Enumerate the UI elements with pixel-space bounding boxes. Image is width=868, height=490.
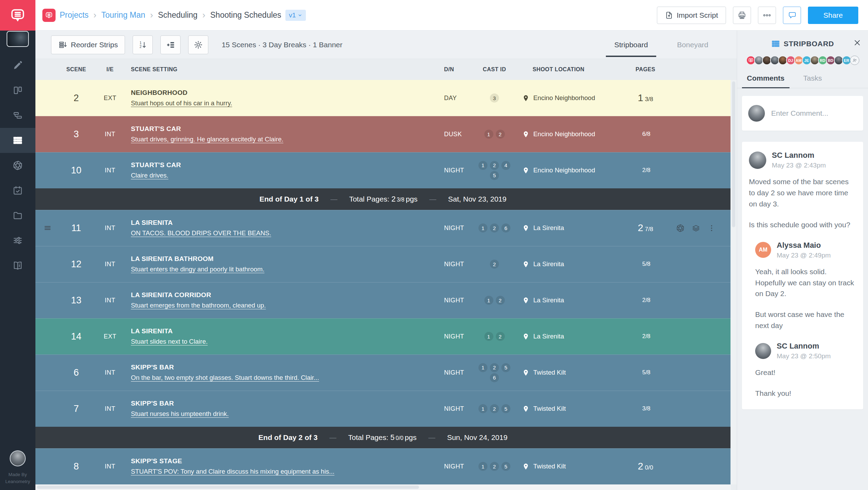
scene-setting: SKIPP'S BAR	[131, 400, 422, 407]
scene-strip[interactable]: 6INTSKIPP'S BAROn the bar, two empty sho…	[35, 354, 731, 391]
main-column: Projects›Touring Man›Scheduling›Shooting…	[35, 0, 868, 490]
tab-boneyard[interactable]: Boneyard	[662, 31, 723, 59]
breadcrumb: Projects›Touring Man›Scheduling›Shooting…	[42, 9, 306, 22]
scene-description[interactable]: STUART'S POV: Tony and Claire discuss hi…	[131, 468, 422, 475]
vertical-scrollbar[interactable]	[731, 80, 737, 484]
scene-description[interactable]: Stuart hops out of his car in a hurry.	[131, 99, 422, 107]
scene-strip[interactable]: 10INTSTUART'S CARClaire drives.NIGHT1245…	[35, 152, 731, 188]
version-badge[interactable]: v1	[285, 10, 306, 21]
close-panel-icon[interactable]	[853, 39, 861, 47]
pages: 20/0	[630, 461, 661, 472]
book-info-icon	[12, 260, 23, 271]
shoot-location: La Sirenita	[515, 224, 630, 232]
scene-strip[interactable]: 3INTSTUART'S CARStuart drives, grinning.…	[35, 116, 731, 152]
share-label: Share	[823, 11, 843, 19]
cast-id-badge: 5	[490, 171, 499, 180]
scene-description[interactable]: Stuart slides next to Claire.	[131, 338, 422, 345]
version-label: v1	[289, 11, 296, 19]
breadcrumb-touring-man[interactable]: Touring Man	[101, 10, 145, 20]
pages: 27/8	[630, 222, 661, 234]
comments-toggle-button[interactable]	[783, 7, 801, 24]
scene-description[interactable]: On the bar, two empty shot glasses. Stua…	[131, 374, 422, 382]
scene-strip[interactable]: 8INTSKIPP'S STAGESTUART'S POV: Tony and …	[35, 448, 731, 484]
cast-id-badge: 1	[484, 130, 493, 139]
cast-ids: 12	[474, 130, 515, 139]
collaborator-avatars: DJAMJERDBDER	[737, 52, 868, 69]
drag-handle-icon[interactable]	[35, 223, 60, 232]
shoot-location: Encino Neighborhood	[515, 166, 630, 174]
chevron-right-icon: ›	[150, 10, 153, 21]
reorder-strips-button[interactable]: Reorder Strips	[51, 35, 125, 54]
breadcrumb-projects[interactable]: Projects	[60, 10, 89, 20]
calendar-check-icon	[12, 185, 23, 196]
chat-bubble-icon	[787, 11, 796, 20]
sidebar-item-stripboard[interactable]	[0, 128, 35, 153]
tab-comments[interactable]: Comments	[742, 69, 790, 88]
scene-strip[interactable]: 13INTLA SIRENITA CORRIDORStuart emerges …	[35, 282, 731, 318]
studiobinder-logo[interactable]	[0, 0, 35, 31]
import-script-button[interactable]: Import Script	[657, 7, 726, 24]
tab-tasks[interactable]: Tasks	[799, 69, 827, 88]
comment-input[interactable]	[771, 109, 857, 117]
day-night: NIGHT	[432, 369, 474, 376]
sidebar-item-sliders[interactable]	[0, 228, 35, 253]
top-header: Projects›Touring Man›Scheduling›Shooting…	[35, 0, 868, 31]
map-pin-icon	[522, 95, 529, 102]
sidebar-item-book-info[interactable]	[0, 253, 35, 278]
scene-strip[interactable]: 14EXTLA SIRENITAStuart slides next to Cl…	[35, 318, 731, 354]
column-header-scene: SCENE	[60, 66, 93, 73]
cast-id-badge: 3	[490, 93, 499, 103]
scene-description[interactable]: Claire drives.	[131, 172, 422, 179]
cast-id-badge: 5	[501, 462, 510, 471]
sidebar-item-calendar-check[interactable]	[0, 178, 35, 203]
header-actions: Import Script Share	[657, 7, 868, 24]
kebab-menu-icon[interactable]	[707, 224, 716, 232]
pages-fraction: 2/8	[642, 297, 651, 303]
add-strip-button[interactable]	[160, 35, 181, 54]
cast-id-badge: 5	[501, 363, 510, 372]
scene-number: 8	[60, 461, 93, 472]
sidebar-item-shot-list[interactable]	[0, 103, 35, 128]
scene-strip[interactable]: 12INTLA SIRENITA BATHROOMStuart enters t…	[35, 246, 731, 282]
scene-strip[interactable]: 2EXTNEIGHBORHOODStuart hops out of his c…	[35, 80, 731, 116]
scene-strip[interactable]: 11INTLA SIRENITAON TACOS. BLOOD DRIPS OV…	[35, 210, 731, 246]
horizontal-scrollbar[interactable]	[35, 484, 731, 490]
breakdown-pages-icon	[12, 85, 23, 96]
import-script-label: Import Script	[677, 11, 718, 19]
scene-int-ext: INT	[93, 405, 127, 413]
sidebar-item-breakdown-pages[interactable]	[0, 78, 35, 103]
pages-whole: 2	[638, 461, 643, 472]
sidebar-item-camera-aperture[interactable]	[0, 153, 35, 178]
print-button[interactable]	[733, 7, 751, 24]
day-break-banner[interactable]: End of Day 2 of 3—Total Pages:50/0pgs—Su…	[35, 427, 731, 448]
scene-setting: STUART'S CAR	[131, 161, 422, 169]
sliders-icon	[12, 235, 23, 246]
sidebar-item-pencil[interactable]	[0, 53, 35, 78]
svg-text:2: 2	[140, 45, 142, 49]
scene-description[interactable]: Stuart nurses his umpteenth drink.	[131, 410, 422, 418]
scene-description[interactable]: Stuart emerges from the bathroom, cleane…	[131, 302, 422, 309]
strip-settings-button[interactable]	[188, 35, 208, 54]
sort-scenes-button[interactable]: 12	[133, 35, 153, 54]
share-button[interactable]: Share	[808, 7, 858, 24]
sidebar-item-folder[interactable]	[0, 203, 35, 228]
sidebar-items	[0, 0, 35, 278]
shoot-location: La Sirenita	[515, 296, 630, 304]
cast-id-badge: 1	[478, 161, 487, 170]
more-options-button[interactable]	[758, 7, 776, 24]
day-break-banner[interactable]: End of Day 1 of 3—Total Pages:23/8pgs—Sa…	[35, 188, 731, 210]
reorder-strips-label: Reorder Strips	[71, 41, 118, 49]
sort-numeric-icon: 12	[138, 40, 147, 49]
comment-author: SC Lannom	[772, 151, 826, 160]
layers-icon[interactable]	[692, 224, 700, 232]
camera-aperture-icon[interactable]	[676, 224, 685, 232]
add-collaborator-button[interactable]	[850, 56, 859, 65]
scene-description[interactable]: Stuart enters the dingy and poorly lit b…	[131, 266, 422, 273]
user-avatar[interactable]	[10, 450, 26, 466]
tab-stripboard[interactable]: Stripboard	[600, 31, 662, 59]
project-chip-icon[interactable]	[42, 9, 56, 22]
day-night: NIGHT	[432, 463, 474, 470]
scene-description[interactable]: ON TACOS. BLOOD DRIPS OVER THE BEANS.	[131, 229, 422, 237]
scene-strip[interactable]: 7INTSKIPP'S BARStuart nurses his umpteen…	[35, 391, 731, 427]
scene-description[interactable]: Stuart drives, grinning. He glances exci…	[131, 136, 422, 143]
